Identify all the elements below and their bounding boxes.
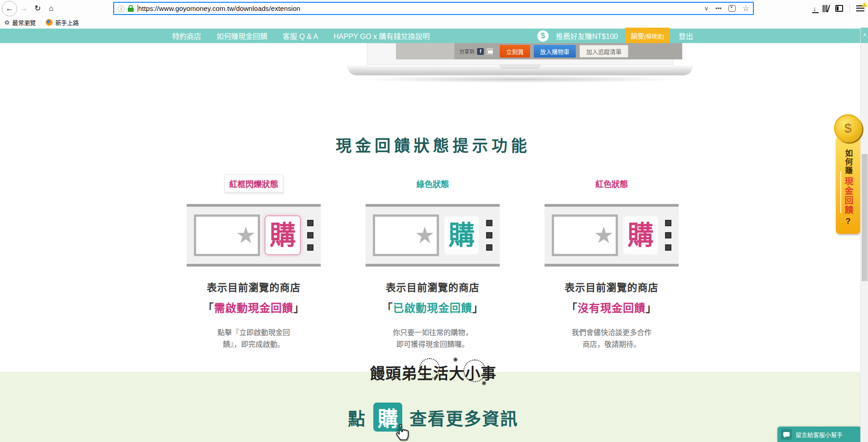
share-label: 分享到 (459, 48, 474, 55)
laptop-image: 分享到 f 立刻買 放入購物車 加入追蹤清單 (348, 43, 692, 84)
downloads-icon[interactable]: ↓ (813, 5, 817, 12)
laptop-screen-content: 分享到 f 立刻買 放入購物車 加入追蹤清單 (396, 43, 682, 59)
dollar-coin-icon: $ (537, 30, 549, 42)
update-warning-badge (862, 2, 867, 7)
column-label: 紅框閃爍狀態 (224, 175, 283, 193)
status-description: 我們會儘快洽談更多合作 商店，敬請期待。 (572, 327, 651, 351)
referral-link[interactable]: 推薦好友賺NT$100 (556, 30, 618, 41)
column-label: 紅色狀態 (595, 175, 628, 193)
back-button[interactable]: ← (2, 1, 17, 16)
toolbar-mock: ★ 購 (366, 204, 500, 267)
extension-icon-red: 購 (623, 216, 658, 254)
status-description: 點擊『立即啟動現金回 饋』，即完成啟動。 (217, 327, 290, 351)
toolbar-separator (849, 4, 850, 14)
most-visited-icon: ✿ (5, 19, 10, 26)
badge-text-top: 如何賺 (843, 149, 854, 175)
buy-now-button-image: 立刻買 (500, 45, 530, 58)
chat-label: 留言給客服小幫手 (796, 430, 843, 439)
badge-banner: 如何賺 現金回饋 ? (836, 137, 860, 234)
https-lock-icon (128, 5, 134, 12)
page-info-icon[interactable]: ⓘ (118, 4, 125, 13)
extension-icon-flashing: 購 (265, 216, 300, 254)
user-account-button[interactable]: 韻雯(積現金) (625, 28, 670, 44)
scrollbar-up-arrow[interactable]: ∧ (861, 28, 868, 43)
status-line1: 表示目前瀏覽的商店 (207, 279, 300, 294)
toolbar-mock: ★ 購 (545, 204, 679, 267)
star-icon: ★ (415, 224, 435, 247)
menu-dots-icon (307, 220, 313, 251)
butterfly-decoration: ❋ (453, 356, 458, 363)
url-text[interactable]: https://www.goyomoney.com.tw/downloads/e… (138, 5, 300, 12)
bookmark-label: 最常瀏覽 (12, 18, 36, 27)
text-caret (137, 5, 138, 12)
customer-service-chat-button[interactable]: 留言給客服小幫手 (777, 427, 862, 442)
add-to-cart-button-image: 放入購物車 (534, 45, 576, 58)
status-highlight: 沒有現金回饋 (578, 302, 646, 314)
logout-link[interactable]: 登出 (679, 30, 693, 41)
status-line2: 「沒有現金回饋」 (566, 299, 657, 315)
how-to-earn-floating-badge[interactable]: $ 如何賺 現金回饋 ? (832, 114, 864, 234)
star-icon: ★ (593, 224, 614, 247)
bookmark-label: 新手上路 (55, 18, 79, 27)
extension-icon-green: 購 (444, 216, 479, 254)
laptop-base (348, 65, 692, 75)
bookmark-getting-started[interactable]: 新手上路 (46, 18, 79, 27)
home-button[interactable]: ⌂ (44, 2, 58, 15)
column-green-state: 綠色狀態 ★ 購 表示目前瀏覽的商店 「已啟動現金回饋」 你只要一如往常的購物，… (365, 175, 501, 351)
scrollbar-thumb[interactable] (862, 154, 868, 281)
bookmarks-bar: ✿ 最常瀏覽 新手上路 (0, 17, 868, 28)
urlbar-mock: ★ (194, 214, 260, 256)
butterfly-decoration: ❋ (482, 380, 487, 387)
reload-button[interactable]: ↻ (31, 2, 44, 15)
wishlist-button-image: 加入追蹤清單 (579, 45, 628, 58)
bookmark-star-icon[interactable]: ☆ (743, 4, 749, 13)
menu-hamburger-icon[interactable] (856, 5, 864, 12)
address-bar[interactable]: ⓘ https://www.goyomoney.com.tw/downloads… (113, 2, 754, 15)
cta-row: 點 購 查看更多資訊 (0, 403, 866, 432)
pocket-icon[interactable] (728, 5, 736, 12)
page-scrollbar[interactable]: ∧ (860, 28, 868, 442)
browser-toolbar: ← → ↻ ⌂ ⓘ https://www.goyomoney.com.tw/d… (0, 0, 868, 17)
star-icon: ★ (236, 224, 256, 247)
badge-text-highlight: 現金回饋 (842, 177, 854, 215)
status-line1: 表示目前瀏覽的商店 (386, 279, 479, 294)
email-share-icon (487, 48, 493, 55)
page-actions-icon[interactable]: ••• (715, 5, 722, 12)
nav-item-happygo[interactable]: HAPPY GO x 購有錢兌換說明 (333, 30, 429, 41)
facebook-share-icon: f (477, 48, 484, 55)
forward-button[interactable]: → (17, 2, 31, 15)
status-highlight: 已啟動現金回饋 (393, 302, 473, 314)
section-title: 現金回饋狀態提示功能 (0, 133, 866, 156)
cta-prefix: 點 (348, 405, 366, 430)
sidebar-toggle-icon[interactable] (835, 5, 843, 12)
gold-coin-icon: $ (834, 114, 862, 142)
urlbar-mock: ★ (373, 214, 439, 256)
column-flashing-red-frame: 紅框閃爍狀態 ★ 購 表示目前瀏覽的商店 「需啟動現金回饋」 點擊『立即啟動現金… (186, 175, 322, 351)
chat-bubble-icon (781, 429, 792, 440)
laptop-shadow (352, 76, 688, 83)
status-line2: 「需啟動現金回饋」 (203, 299, 305, 315)
cursor-hand-icon (393, 423, 411, 442)
extension-icon-button[interactable]: 購 (373, 403, 402, 432)
urlbar-mock: ★ (552, 214, 618, 256)
menu-dots-icon (486, 220, 492, 251)
nav-item-how-to-earn[interactable]: 如何賺現金回饋 (217, 30, 267, 41)
library-icon[interactable] (823, 5, 829, 12)
nav-item-faq[interactable]: 客服 Q & A (283, 30, 318, 41)
column-label: 綠色狀態 (416, 175, 449, 193)
column-red-state: 紅色狀態 ★ 購 表示目前瀏覽的商店 「沒有現金回饋」 我們會儘快洽談更多合作 … (544, 175, 680, 351)
status-description: 你只要一如往常的購物， 即可獲得現金回饋囉。 (393, 327, 473, 351)
site-navbar: 特約商店 如何賺現金回饋 客服 Q & A HAPPY GO x 購有錢兌換說明… (0, 29, 868, 43)
cta-suffix: 查看更多資訊 (410, 405, 518, 430)
dropdown-chevron-icon[interactable]: ∨ (704, 5, 709, 12)
firefox-icon (46, 19, 53, 26)
logo-dotted-circle (463, 359, 486, 382)
site-menu: 特約商店 如何賺現金回饋 客服 Q & A HAPPY GO x 購有錢兌換說明 (172, 30, 429, 41)
badge-question-mark: ? (846, 217, 851, 226)
badge-divider-line (840, 171, 841, 213)
nav-item-partner-stores[interactable]: 特約商店 (172, 30, 201, 41)
bookmark-most-visited[interactable]: ✿ 最常瀏覽 (5, 18, 36, 27)
page: ← → ↻ ⌂ ⓘ https://www.goyomoney.com.tw/d… (0, 0, 868, 442)
toolbar-mock: ★ 購 (187, 204, 321, 267)
menu-dots-icon (665, 220, 671, 251)
